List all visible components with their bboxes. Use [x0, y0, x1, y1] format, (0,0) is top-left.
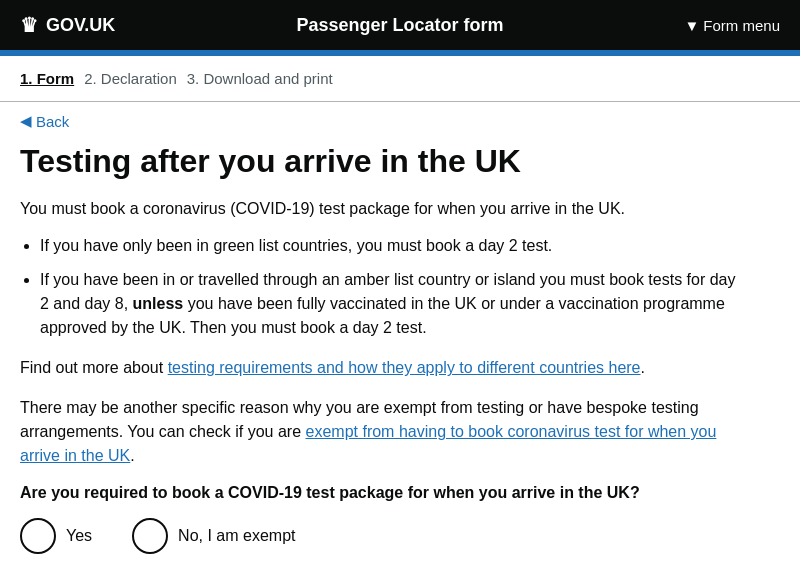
step-2: 2. Declaration	[84, 66, 187, 91]
intro-paragraph: You must book a coronavirus (COVID-19) t…	[20, 200, 740, 218]
crown-icon: ♛	[20, 13, 38, 37]
main-content: ◀ Back Testing after you arrive in the U…	[0, 102, 760, 564]
header-title: Passenger Locator form	[296, 15, 503, 36]
link-paragraph-prefix: Find out more about	[20, 359, 168, 376]
radio-yes-option[interactable]: Yes	[20, 518, 92, 554]
radio-no-label: No, I am exempt	[178, 527, 295, 545]
radio-no-option[interactable]: No, I am exempt	[132, 518, 295, 554]
radio-yes-circle[interactable]	[20, 518, 56, 554]
bullet-list: If you have only been in green list coun…	[40, 234, 740, 340]
exempt-paragraph-suffix: .	[130, 447, 134, 464]
dropdown-icon: ▼	[684, 17, 699, 34]
back-arrow-icon: ◀	[20, 112, 32, 130]
back-link[interactable]: ◀ Back	[20, 112, 740, 130]
radio-no-circle[interactable]	[132, 518, 168, 554]
radio-yes-label: Yes	[66, 527, 92, 545]
back-label: Back	[36, 113, 69, 130]
form-menu-button[interactable]: ▼ Form menu	[684, 17, 780, 34]
link-paragraph: Find out more about testing requirements…	[20, 356, 740, 380]
bullet-item-1: If you have only been in green list coun…	[40, 234, 740, 258]
logo-text: GOV.UK	[46, 15, 115, 36]
radio-group: Yes No, I am exempt	[20, 518, 740, 554]
page-title: Testing after you arrive in the UK	[20, 142, 740, 180]
step-3: 3. Download and print	[187, 66, 343, 91]
site-header: ♛ GOV.UK Passenger Locator form ▼ Form m…	[0, 0, 800, 50]
bullet-item-2: If you have been in or travelled through…	[40, 268, 740, 340]
testing-requirements-link[interactable]: testing requirements and how they apply …	[168, 359, 641, 376]
step-1[interactable]: 1. Form	[20, 66, 84, 91]
steps-navigation: 1. Form 2. Declaration 3. Download and p…	[0, 56, 800, 102]
link-paragraph-suffix: .	[641, 359, 645, 376]
exempt-paragraph: There may be another specific reason why…	[20, 396, 740, 468]
form-menu-label: Form menu	[703, 17, 780, 34]
unless-bold: unless	[133, 295, 184, 312]
question-label: Are you required to book a COVID-19 test…	[20, 484, 740, 502]
gov-logo: ♛ GOV.UK	[20, 13, 115, 37]
